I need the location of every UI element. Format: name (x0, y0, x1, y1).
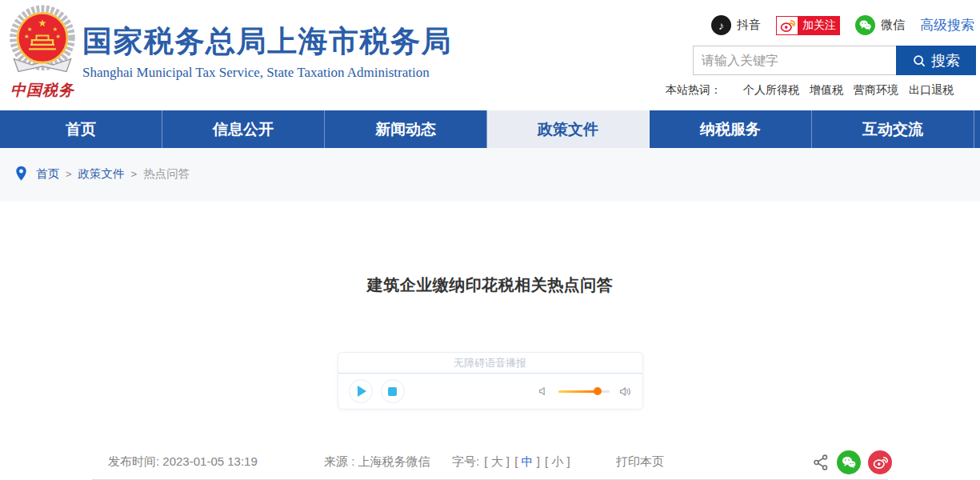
share-weibo-button[interactable] (868, 450, 892, 474)
play-button[interactable] (349, 379, 373, 403)
nav-item-info-disclosure[interactable]: 信息公开 (162, 110, 325, 148)
article-title: 建筑企业缴纳印花税相关热点问答 (0, 274, 980, 296)
share-wechat-button[interactable] (837, 450, 861, 474)
nav-item-interaction[interactable]: 互动交流 (812, 110, 974, 148)
wechat-icon (841, 454, 857, 470)
font-size-large[interactable]: [ 大 ] (484, 454, 510, 468)
hot-word-link[interactable]: 增值税 (810, 83, 843, 98)
bracket: ] (534, 454, 540, 468)
search-bar: 搜索 (693, 46, 976, 75)
hot-word-link[interactable]: 出口退税 (909, 83, 954, 98)
nav-item-news[interactable]: 新闻动态 (325, 110, 487, 148)
font-size-medium-label: 中 (522, 454, 534, 468)
site-header: ★ ★ ★ ★ ★ 中国税务 国家税务总局上海市税务局 Shanghai Mun… (0, 0, 980, 110)
svg-text:★: ★ (53, 26, 58, 33)
site-title: 国家税务总局上海市税务局 (82, 24, 452, 59)
print-page-link[interactable]: 打印本页 (616, 454, 664, 470)
weibo-follow-label: 加关注 (798, 16, 840, 35)
social-row: ♪ 抖音 加关注 (711, 15, 974, 35)
logo-caption: 中国税务 (5, 80, 80, 101)
bracket: [ (484, 454, 490, 468)
source-label: 来源 : (324, 454, 354, 468)
svg-text:★: ★ (27, 26, 33, 33)
tax-emblem-icon: ★ ★ ★ ★ ★ (6, 5, 78, 78)
douyin-link[interactable]: ♪ 抖音 (711, 15, 761, 35)
svg-text:★: ★ (55, 33, 61, 40)
bracket: ] (503, 454, 510, 468)
wechat-link[interactable]: 微信 (855, 15, 905, 35)
font-size-small[interactable]: [ 小 ] (545, 454, 570, 468)
advanced-search-link[interactable]: 高级搜索 (920, 16, 974, 34)
font-size-large-label: 大 (491, 454, 503, 468)
audio-player-controls (338, 374, 642, 409)
svg-text:★: ★ (24, 33, 30, 40)
nav-item-tax-services[interactable]: 纳税服务 (650, 110, 812, 148)
volume-low-icon (537, 385, 550, 398)
site-subtitle: Shanghai Municipal Tax Service, State Ta… (82, 65, 452, 81)
volume-slider[interactable] (558, 390, 610, 393)
hot-word-link[interactable]: 营商环境 (854, 83, 898, 98)
location-pin-icon (14, 165, 28, 182)
main-nav: 首页 信息公开 新闻动态 政策文件 纳税服务 互动交流 (0, 110, 980, 148)
hot-word-link[interactable]: 个人所得税 (743, 83, 799, 98)
nav-filler (974, 110, 980, 148)
breadcrumb-policy-documents[interactable]: 政策文件 (78, 166, 125, 182)
volume-high-icon (618, 385, 632, 398)
article-meta: 发布时间: 2023-01-05 13:19 来源 : 上海税务微信 字号: [… (88, 454, 892, 472)
font-size-switcher: 字号: [ 大 ] [ 中 ] [ 小 ] (452, 454, 570, 470)
weibo-icon (872, 454, 888, 470)
search-input[interactable] (693, 46, 896, 75)
audio-player-title: 无障碍语音播报 (338, 353, 642, 374)
font-size-small-label: 小 (551, 454, 563, 468)
weibo-follow-button[interactable]: 加关注 (776, 16, 840, 35)
weibo-icon (776, 16, 798, 35)
font-size-medium[interactable]: [ 中 ] (514, 454, 540, 468)
logo: ★ ★ ★ ★ ★ 中国税务 (5, 5, 80, 101)
search-icon (912, 54, 926, 68)
stop-icon (388, 387, 397, 396)
wechat-icon (855, 15, 875, 35)
volume-fill (558, 390, 598, 393)
bracket: [ (514, 454, 521, 468)
breadcrumb-bar: 首页 > 政策文件 > 热点问答 (0, 148, 980, 202)
audio-player: 无障碍语音播报 (338, 352, 643, 410)
source-value: 上海税务微信 (358, 454, 430, 468)
share-icons (812, 450, 892, 474)
douyin-label: 抖音 (737, 18, 761, 33)
publish-time-value: 2023-01-05 13:19 (162, 454, 257, 468)
search-button[interactable]: 搜索 (896, 46, 976, 75)
page: ★ ★ ★ ★ ★ 中国税务 国家税务总局上海市税务局 Shanghai Mun… (0, 0, 980, 480)
douyin-icon: ♪ (711, 15, 731, 35)
site-titles: 国家税务总局上海市税务局 Shanghai Municipal Tax Serv… (82, 24, 452, 81)
article: 建筑企业缴纳印花税相关热点问答 无障碍语音播报 (0, 202, 980, 480)
breadcrumb-home[interactable]: 首页 (36, 166, 59, 182)
font-size-label: 字号: (452, 454, 479, 468)
nav-item-home[interactable]: 首页 (0, 110, 162, 148)
svg-text:★: ★ (38, 18, 47, 29)
wechat-label: 微信 (881, 18, 905, 33)
source: 来源 : 上海税务微信 (324, 454, 430, 470)
nav-item-policy-documents[interactable]: 政策文件 (487, 110, 650, 148)
publish-time-label: 发布时间: (108, 454, 159, 468)
hot-words-label: 本站热词： (666, 83, 722, 98)
breadcrumb-separator: > (66, 168, 72, 180)
search-button-label: 搜索 (931, 51, 960, 70)
stop-button[interactable] (381, 379, 405, 403)
volume-thumb[interactable] (594, 387, 602, 395)
play-icon (358, 386, 366, 397)
breadcrumb-separator: > (131, 168, 138, 180)
breadcrumb: 首页 > 政策文件 > 热点问答 (14, 165, 190, 182)
share-icon[interactable] (812, 454, 830, 471)
breadcrumb-current: 热点问答 (143, 166, 190, 182)
publish-time: 发布时间: 2023-01-05 13:19 (108, 454, 258, 470)
bracket: ] (563, 454, 570, 468)
hot-words: 本站热词： 个人所得税 增值税 营商环境 出口退税 (666, 83, 954, 98)
